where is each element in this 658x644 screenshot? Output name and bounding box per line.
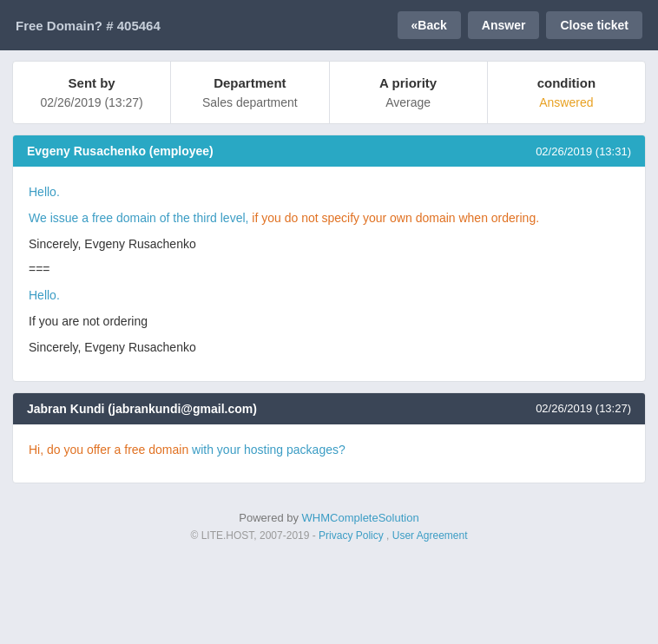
customer-sender: Jabran Kundi (jabrankundi@gmail.com) [27, 402, 257, 416]
whm-link[interactable]: WHMCompleteSolution [302, 511, 419, 524]
customer-message-body: Hi, do you offer a free domain with your… [13, 424, 645, 483]
privacy-policy-link[interactable]: Privacy Policy [319, 529, 384, 542]
department-cell: Department Sales department [171, 62, 329, 123]
info-panel: Sent by 02/26/2019 (13:27) Department Sa… [12, 61, 646, 124]
customer-message-header: Jabran Kundi (jabrankundi@gmail.com) 02/… [13, 393, 645, 424]
footer: Powered by WHMCompleteSolution © LITE.HO… [0, 494, 658, 550]
powered-by: Powered by WHMCompleteSolution [0, 511, 658, 524]
priority-value: Average [339, 95, 478, 109]
header-bar: Free Domain? # 405464 «Back Answer Close… [0, 0, 658, 50]
customer-message-card: Jabran Kundi (jabrankundi@gmail.com) 02/… [12, 392, 646, 484]
sent-by-label: Sent by [22, 76, 161, 90]
customer-date: 02/26/2019 (13:27) [536, 402, 631, 415]
employee-line-6: If you are not ordering [29, 312, 629, 332]
close-ticket-button[interactable]: Close ticket [546, 11, 642, 39]
employee-message-body: Hello. We issue a free domain of the thi… [13, 167, 645, 381]
answer-button[interactable]: Answer [468, 11, 540, 39]
priority-cell: A priority Average [330, 62, 488, 123]
condition-label: condition [497, 76, 636, 90]
user-agreement-link[interactable]: User Agreement [392, 529, 468, 542]
back-button[interactable]: «Back [398, 11, 461, 39]
condition-value: Answered [497, 95, 636, 109]
employee-line-2: We issue a free domain of the third leve… [29, 208, 629, 229]
employee-line-5: Hello. [29, 288, 60, 302]
header-buttons: «Back Answer Close ticket [398, 11, 642, 39]
employee-date: 02/26/2019 (13:31) [536, 145, 631, 158]
sent-by-cell: Sent by 02/26/2019 (13:27) [13, 62, 171, 123]
employee-line-3: Sincerely, Evgeny Rusachenko [29, 234, 629, 255]
condition-cell: condition Answered [488, 62, 645, 123]
ticket-title: Free Domain? # 405464 [16, 18, 161, 33]
priority-label: A priority [339, 76, 478, 90]
customer-line-1: Hi, do you offer a free domain with your… [29, 440, 629, 461]
employee-message-card: Evgeny Rusachenko (employee) 02/26/2019 … [12, 135, 646, 382]
employee-line-1: Hello. [29, 185, 60, 199]
department-label: Department [180, 76, 319, 90]
copyright: © LITE.HOST, 2007-2019 - Privacy Policy … [0, 529, 658, 542]
sent-by-value: 02/26/2019 (13:27) [22, 95, 161, 109]
employee-line-4: === [29, 260, 629, 280]
employee-sender: Evgeny Rusachenko (employee) [27, 144, 214, 158]
employee-message-header: Evgeny Rusachenko (employee) 02/26/2019 … [13, 135, 645, 167]
department-value: Sales department [180, 95, 319, 109]
employee-line-7: Sincerely, Evgeny Rusachenko [29, 338, 629, 358]
